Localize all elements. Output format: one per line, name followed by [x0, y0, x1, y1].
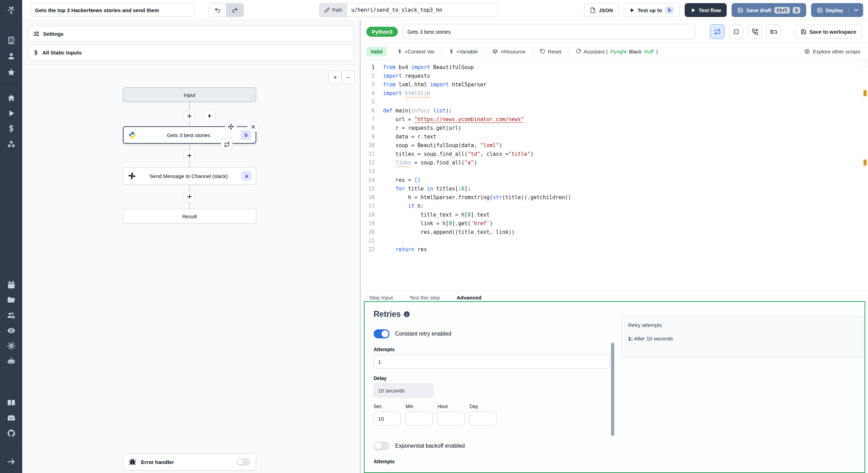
early-stop-button[interactable] [729, 24, 743, 39]
variables-dollar-icon[interactable] [0, 121, 22, 135]
delay-label: Delay [374, 375, 856, 381]
undo-button[interactable] [209, 3, 226, 17]
star-icon[interactable] [0, 65, 22, 79]
code-line: 3from lxml.html import html5parser [361, 81, 868, 89]
retries-panel: Retries i Constant retry enabled Attempt… [364, 301, 865, 473]
step-detail-panel: Python3 Save to workspace Valid [361, 20, 868, 473]
day-input[interactable] [469, 412, 496, 425]
folders-icon[interactable] [0, 293, 22, 307]
zoom-out-button[interactable]: − [342, 71, 355, 84]
slack-icon [128, 172, 136, 180]
home-icon[interactable] [0, 91, 22, 105]
sec-input[interactable] [374, 412, 401, 425]
insert-step-button[interactable] [183, 110, 195, 122]
workspace-icon[interactable] [0, 33, 22, 47]
flow-settings-bar[interactable]: Settings [28, 26, 354, 42]
exponential-backoff-toggle[interactable] [374, 441, 390, 450]
move-node-button[interactable] [225, 121, 237, 133]
constant-retry-toggle[interactable] [374, 329, 390, 338]
attempts-input[interactable] [374, 355, 610, 369]
zoom-in-button[interactable]: + [328, 71, 342, 84]
add-variable-button[interactable]: +Variable [442, 47, 485, 56]
suspend-button[interactable] [748, 24, 762, 39]
exponential-backoff-label: Exponential backoff enabled [395, 443, 465, 449]
json-button[interactable]: JSON [584, 3, 619, 17]
test-up-to-button[interactable]: Test up to b [624, 3, 680, 17]
reset-button[interactable]: Reset [533, 47, 569, 56]
flow-title-input[interactable] [31, 3, 194, 17]
windmill-logo[interactable] [0, 3, 22, 17]
topbar: Path JSON Test up to b Test flow Save dr… [22, 0, 868, 20]
path-input[interactable] [347, 3, 498, 17]
runs-play-icon[interactable] [0, 106, 22, 120]
docs-book-icon[interactable] [0, 396, 22, 409]
add-resource-button[interactable]: +Resource [485, 47, 533, 56]
all-static-inputs-bar[interactable]: All Static Inputs [28, 44, 354, 60]
dollar-icon [33, 50, 39, 56]
package-icon [492, 49, 498, 54]
audit-eye-icon[interactable] [0, 323, 22, 337]
editor-overview-ruler[interactable] [862, 60, 868, 291]
flow-settings-label: Settings [43, 31, 64, 37]
save-draft-button[interactable]: Save draft Ctrl S [732, 3, 806, 17]
test-flow-button[interactable]: Test flow [685, 3, 727, 17]
topbar-actions: JSON Test up to b Test flow Save draft C… [584, 3, 863, 17]
resources-boxes-icon[interactable] [0, 137, 22, 151]
code-line: 10 soup = BeautifulSoup(data, "lxml") [361, 141, 868, 150]
retries-toggle-button[interactable] [710, 24, 725, 39]
step-id-badge: a [241, 171, 252, 181]
flow-node-result[interactable]: Result [123, 209, 256, 223]
discord-icon[interactable] [0, 411, 22, 425]
error-handler-bar[interactable]: Error handler [123, 453, 256, 471]
schedules-calendar-icon[interactable] [0, 278, 22, 292]
repeat-icon [224, 142, 230, 147]
groups-users-gear-icon[interactable] [0, 308, 22, 322]
save-to-workspace-button[interactable]: Save to workspace [795, 25, 862, 39]
deploy-button[interactable]: Deploy [811, 3, 863, 17]
save-icon [737, 7, 743, 13]
play-icon [629, 8, 635, 13]
collapse-arrow-icon[interactable] [0, 455, 22, 468]
sleep-button[interactable] [766, 24, 781, 39]
min-input[interactable] [406, 412, 433, 425]
save-icon [817, 7, 823, 13]
user-icon[interactable] [0, 49, 22, 63]
retries-scrollbar[interactable] [611, 343, 614, 436]
info-icon[interactable]: i [404, 311, 410, 317]
code-line: 7 url = "https://news.ycombinator.com/ne… [361, 115, 868, 124]
assistant-button[interactable]: Assistant (Pyright Black Ruff) [569, 47, 665, 56]
insert-step-button[interactable] [183, 190, 195, 203]
add-trigger-button[interactable] [203, 110, 216, 122]
flow-node-input[interactable]: Input [123, 87, 256, 102]
add-context-var-button[interactable]: +Context Var [390, 47, 442, 56]
canvas-divider [22, 65, 360, 65]
dollar-icon [397, 49, 402, 54]
eye-icon [804, 49, 810, 54]
error-handler-toggle[interactable] [236, 458, 250, 466]
delay-input[interactable] [374, 383, 433, 397]
editor-scrollbar[interactable] [858, 60, 867, 68]
delete-node-button[interactable] [247, 121, 259, 133]
settings-gear-icon[interactable] [0, 339, 22, 353]
exponential-backoff-row: Exponential backoff enabled [374, 441, 856, 450]
node-retry-indicator[interactable] [221, 138, 233, 150]
code-editor[interactable]: 1from bs4 import BeautifulSoup2import re… [361, 60, 868, 291]
flow-node-step-a[interactable]: Send Message to Channel (slack) a [123, 167, 256, 185]
code-line: 15 for title in titles[:6]: [361, 185, 868, 193]
node-label: Gets 3 best stories [136, 132, 241, 138]
path-label: Path [319, 3, 347, 17]
hour-input[interactable] [437, 412, 465, 425]
retry-attempts-title: Retry attempts [628, 322, 857, 328]
ai-robot-icon[interactable] [0, 354, 22, 368]
warning-marker [863, 90, 867, 96]
github-icon[interactable] [0, 426, 22, 440]
code-line: 19 link = h[0].get('href') [361, 219, 868, 228]
pencil-icon [324, 7, 330, 13]
step-name-input[interactable] [402, 24, 695, 39]
insert-step-button[interactable] [183, 149, 195, 162]
node-label: Input [123, 92, 256, 98]
chevron-down-icon[interactable] [853, 7, 859, 13]
redo-button[interactable] [226, 3, 243, 17]
explore-other-scripts-button[interactable]: Explore other scripts [804, 49, 868, 54]
code-line: 6def main(infos: list): [361, 107, 868, 115]
